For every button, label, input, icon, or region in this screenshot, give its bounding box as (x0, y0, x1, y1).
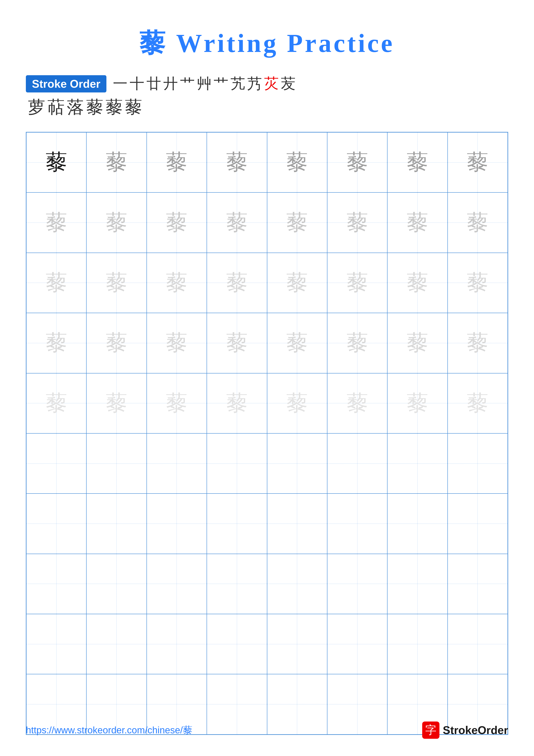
grid-cell-8-7[interactable] (387, 554, 447, 614)
practice-char: 藜 (286, 389, 308, 418)
grid-cell-8-4[interactable] (207, 554, 267, 614)
grid-cell-7-6[interactable] (327, 494, 387, 554)
grid-cell-3-7[interactable]: 藜 (387, 253, 447, 313)
title-chinese-char: 藜 (140, 29, 167, 58)
grid-cell-6-7[interactable] (387, 433, 447, 494)
footer-url[interactable]: https://www.strokeorder.com/chinese/藜 (26, 724, 192, 737)
practice-char: 藜 (166, 389, 188, 418)
grid-cell-7-1[interactable] (26, 494, 87, 554)
grid-cell-2-5[interactable]: 藜 (267, 192, 327, 253)
footer-logo: 字 StrokeOrder (422, 721, 508, 739)
grid-cell-4-4[interactable]: 藜 (207, 313, 267, 373)
grid-cell-5-6[interactable]: 藜 (327, 373, 387, 433)
grid-cell-4-2[interactable]: 藜 (87, 313, 146, 373)
grid-cell-7-5[interactable] (267, 494, 327, 554)
footer: https://www.strokeorder.com/chinese/藜 字 … (26, 721, 508, 739)
practice-char: 藜 (226, 328, 248, 358)
grid-cell-1-7[interactable]: 藜 (387, 132, 447, 192)
grid-cell-2-3[interactable]: 藜 (147, 192, 207, 253)
grid-cell-5-7[interactable]: 藜 (387, 373, 447, 433)
grid-cell-6-8[interactable] (447, 433, 508, 494)
grid-cell-8-5[interactable] (267, 554, 327, 614)
grid-cell-2-7[interactable]: 藜 (387, 192, 447, 253)
grid-cell-8-8[interactable] (447, 554, 508, 614)
grid-cell-3-1[interactable]: 藜 (26, 253, 87, 313)
grid-cell-2-8[interactable]: 藜 (447, 192, 508, 253)
stroke-order-badge: Stroke Order (26, 75, 106, 93)
grid-cell-6-3[interactable] (147, 433, 207, 494)
grid-cell-3-8[interactable]: 藜 (447, 253, 508, 313)
grid-cell-9-6[interactable] (327, 614, 387, 674)
grid-cell-8-3[interactable] (147, 554, 207, 614)
practice-char: 藜 (106, 389, 127, 418)
stroke-char-8: 艽 (231, 74, 245, 94)
practice-char: 藜 (46, 389, 67, 418)
grid-cell-6-6[interactable] (327, 433, 387, 494)
grid-cell-5-5[interactable]: 藜 (267, 373, 327, 433)
grid-cell-1-1[interactable]: 藜 (26, 132, 87, 192)
grid-cell-6-4[interactable] (207, 433, 267, 494)
grid-cell-4-6[interactable]: 藜 (327, 313, 387, 373)
grid-cell-6-5[interactable] (267, 433, 327, 494)
grid-cell-2-1[interactable]: 藜 (26, 192, 87, 253)
grid-cell-7-3[interactable] (147, 494, 207, 554)
grid-cell-8-2[interactable] (87, 554, 146, 614)
stroke-char-12: 萝 (28, 96, 45, 119)
stroke-char-13: 萜 (47, 96, 64, 119)
grid-cell-4-3[interactable]: 藜 (147, 313, 207, 373)
practice-char: 藜 (407, 268, 428, 297)
grid-cell-8-1[interactable] (26, 554, 87, 614)
practice-char: 藜 (46, 148, 67, 177)
grid-cell-4-5[interactable]: 藜 (267, 313, 327, 373)
grid-cell-9-7[interactable] (387, 614, 447, 674)
grid-cell-9-1[interactable] (26, 614, 87, 674)
grid-cell-1-5[interactable]: 藜 (267, 132, 327, 192)
grid-cell-9-2[interactable] (87, 614, 146, 674)
practice-char: 藜 (407, 148, 428, 177)
grid-cell-4-8[interactable]: 藜 (447, 313, 508, 373)
practice-char: 藜 (407, 328, 428, 358)
grid-cell-3-6[interactable]: 藜 (327, 253, 387, 313)
grid-cell-5-3[interactable]: 藜 (147, 373, 207, 433)
grid-cell-5-2[interactable]: 藜 (87, 373, 146, 433)
grid-cell-5-4[interactable]: 藜 (207, 373, 267, 433)
grid-cell-7-2[interactable] (87, 494, 146, 554)
grid-cell-7-7[interactable] (387, 494, 447, 554)
grid-row-1: 藜 藜 藜 藜 藜 藜 藜 藜 (26, 132, 508, 192)
grid-cell-1-4[interactable]: 藜 (207, 132, 267, 192)
grid-cell-1-2[interactable]: 藜 (87, 132, 146, 192)
grid-cell-9-3[interactable] (147, 614, 207, 674)
grid-cell-9-8[interactable] (447, 614, 508, 674)
grid-cell-3-2[interactable]: 藜 (87, 253, 146, 313)
practice-char: 藜 (46, 208, 67, 237)
grid-cell-3-4[interactable]: 藜 (207, 253, 267, 313)
grid-cell-7-8[interactable] (447, 494, 508, 554)
grid-cell-4-7[interactable]: 藜 (387, 313, 447, 373)
stroke-chars-row1: 一 十 廿 廾 艹 艸 艹 艽 艿 苂 苃 (113, 74, 295, 94)
grid-cell-7-4[interactable] (207, 494, 267, 554)
grid-cell-1-6[interactable]: 藜 (327, 132, 387, 192)
grid-cell-5-8[interactable]: 藜 (447, 373, 508, 433)
grid-cell-5-1[interactable]: 藜 (26, 373, 87, 433)
grid-cell-3-5[interactable]: 藜 (267, 253, 327, 313)
practice-char: 藜 (226, 268, 248, 297)
grid-row-5: 藜 藜 藜 藜 藜 藜 藜 藜 (26, 373, 508, 433)
stroke-char-9: 艿 (247, 74, 262, 94)
grid-cell-1-3[interactable]: 藜 (147, 132, 207, 192)
grid-cell-2-2[interactable]: 藜 (87, 192, 146, 253)
footer-logo-text: StrokeOrder (443, 724, 508, 737)
grid-cell-9-5[interactable] (267, 614, 327, 674)
grid-cell-6-2[interactable] (87, 433, 146, 494)
practice-char: 藜 (346, 148, 368, 177)
grid-cell-4-1[interactable]: 藜 (26, 313, 87, 373)
grid-cell-1-8[interactable]: 藜 (447, 132, 508, 192)
stroke-char-14: 落 (67, 96, 84, 119)
practice-char: 藜 (286, 148, 308, 177)
practice-char: 藜 (407, 208, 428, 237)
grid-cell-2-4[interactable]: 藜 (207, 192, 267, 253)
grid-cell-8-6[interactable] (327, 554, 387, 614)
grid-cell-6-1[interactable] (26, 433, 87, 494)
grid-cell-3-3[interactable]: 藜 (147, 253, 207, 313)
grid-cell-9-4[interactable] (207, 614, 267, 674)
grid-cell-2-6[interactable]: 藜 (327, 192, 387, 253)
